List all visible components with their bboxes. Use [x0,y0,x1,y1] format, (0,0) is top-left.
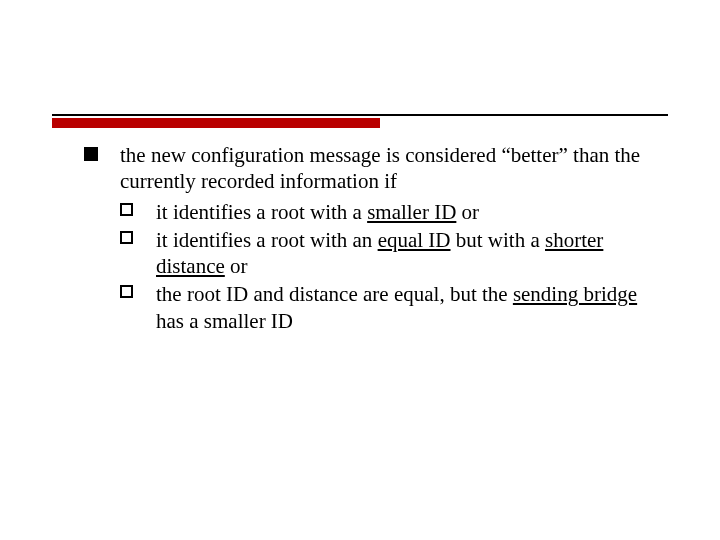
slide: the new configuration message is conside… [0,0,720,540]
level1-text: the new configuration message is conside… [120,143,640,193]
accent-bar [52,118,380,128]
content-area: the new configuration message is conside… [84,142,668,336]
underlined-text: equal ID [378,228,451,252]
level2-item: the root ID and distance are equal, but … [120,281,668,334]
square-bullet-icon [84,147,98,161]
level1-item: the new configuration message is conside… [84,142,668,195]
underlined-text: sending bridge [513,282,637,306]
hollow-square-bullet-icon [120,285,133,298]
hollow-square-bullet-icon [120,231,133,244]
underlined-text: smaller ID [367,200,456,224]
text-fragment: the root ID and distance are equal, but … [156,282,513,306]
hollow-square-bullet-icon [120,203,133,216]
text-fragment: has a smaller ID [156,309,293,333]
horizontal-rule [52,114,668,116]
text-fragment: or [456,200,479,224]
level2-group: it identifies a root with a smaller ID o… [120,199,668,334]
level2-item: it identifies a root with an equal ID bu… [120,227,668,280]
text-fragment: or [225,254,248,278]
level2-item: it identifies a root with a smaller ID o… [120,199,668,225]
text-fragment: it identifies a root with an [156,228,378,252]
text-fragment: but with a [451,228,546,252]
text-fragment: it identifies a root with a [156,200,367,224]
